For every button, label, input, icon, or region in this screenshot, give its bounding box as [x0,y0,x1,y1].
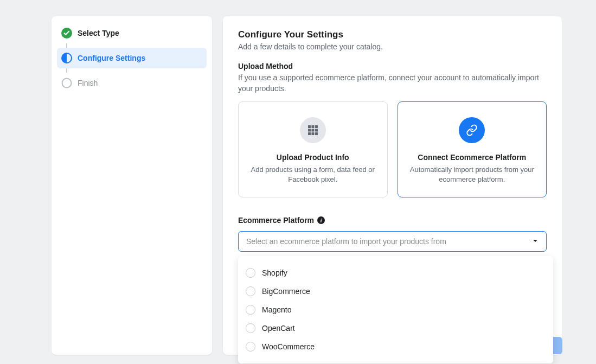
empty-circle-icon [61,78,72,88]
option-woocommerce[interactable]: WooCommerce [238,337,553,356]
card-upload-product-info[interactable]: Upload Product Info Add products using a… [238,101,388,197]
radio-icon [246,342,255,352]
check-circle-icon [61,28,72,39]
svg-rect-10 [311,132,314,135]
step-label: Finish [78,79,98,87]
option-opencart[interactable]: OpenCart [238,319,553,337]
card-desc: Automatically import products from your … [407,165,538,184]
option-label: OpenCart [262,324,295,333]
svg-rect-7 [311,129,314,132]
step-label: Configure Settings [78,54,145,62]
step-connector [66,43,67,48]
card-title: Upload Product Info [247,153,379,162]
option-label: Magento [262,305,291,314]
svg-point-2 [62,79,72,88]
svg-rect-3 [308,125,311,128]
svg-rect-6 [308,129,311,132]
card-title: Connect Ecommerce Platform [407,153,538,162]
svg-rect-8 [315,129,318,132]
step-select-type[interactable]: Select Type [57,23,207,43]
option-label: Shopify [262,269,287,277]
step-connector [66,68,67,73]
step-finish[interactable]: Finish [57,73,207,93]
half-circle-icon [61,53,72,63]
radio-icon [246,286,255,296]
radio-icon [246,323,255,333]
select-placeholder: Select an ecommerce platform to import y… [246,237,446,246]
svg-rect-9 [308,132,311,135]
svg-rect-11 [315,132,318,135]
wizard-sidebar: Select Type Configure Settings Finish [52,16,212,355]
link-icon [459,117,485,143]
step-configure-settings[interactable]: Configure Settings [57,48,207,68]
page-title: Configure Your Settings [238,29,547,40]
info-icon[interactable]: i [317,216,325,226]
svg-text:i: i [321,218,322,223]
svg-rect-4 [311,125,314,128]
option-shopify[interactable]: Shopify [238,264,553,282]
caret-down-icon [532,237,539,246]
main-panel: Configure Your Settings Add a few detail… [223,16,562,355]
radio-icon [246,305,255,315]
ecommerce-platform-label: Ecommerce Platform [238,216,314,225]
upload-method-desc: If you use a supported ecommerce platfor… [238,73,547,94]
step-label: Select Type [78,29,119,37]
option-label: BigCommerce [262,287,310,296]
radio-icon [246,268,255,278]
ecommerce-platform-select[interactable]: Select an ecommerce platform to import y… [238,231,547,252]
page-subtitle: Add a few details to complete your catal… [238,42,547,51]
option-bigcommerce[interactable]: BigCommerce [238,282,553,301]
upload-method-label: Upload Method [238,62,547,71]
ecommerce-platform-dropdown: Shopify BigCommerce Magento OpenCart Woo… [238,256,553,363]
card-connect-ecommerce[interactable]: Connect Ecommerce Platform Automatically… [398,101,547,197]
grid-icon [300,117,326,143]
option-magento[interactable]: Magento [238,301,553,319]
card-desc: Add products using a form, data feed or … [247,165,379,184]
svg-rect-5 [315,125,318,128]
option-label: WooCommerce [262,342,315,351]
